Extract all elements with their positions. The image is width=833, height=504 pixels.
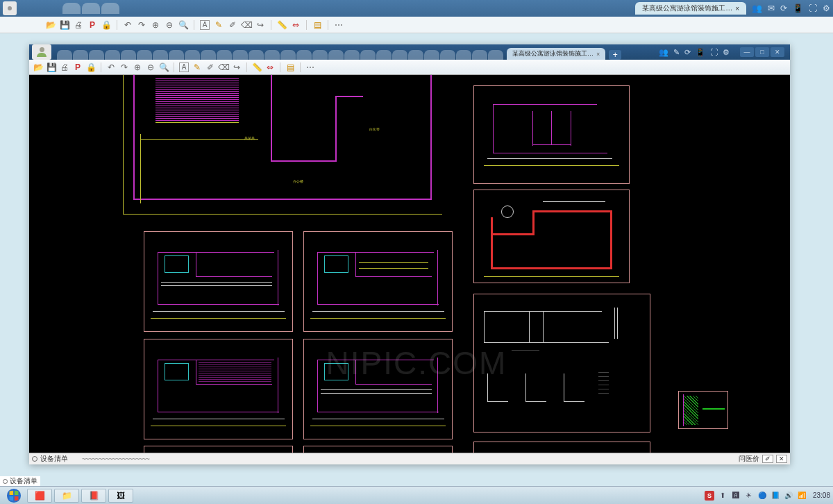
inner-active-tab[interactable]: 某高级公寓游泳馆装饰施工… × xyxy=(507,48,605,60)
text-tool-icon[interactable]: A xyxy=(179,62,189,72)
arrow-tool-icon[interactable]: ↪ xyxy=(232,62,242,72)
zoom-fit-icon[interactable]: 🔍 xyxy=(178,20,188,30)
arrow-tool-icon[interactable]: ↪ xyxy=(255,20,265,30)
inner-tab-ghost[interactable] xyxy=(456,50,471,60)
layer-icon[interactable]: ▤ xyxy=(312,20,322,30)
inner-tab-close[interactable]: × xyxy=(596,51,600,58)
outer-tab-ghost[interactable] xyxy=(101,3,119,14)
lock-icon[interactable]: 🔒 xyxy=(101,20,111,30)
tray-icon[interactable]: 🅰 xyxy=(731,491,741,501)
inner-tab-ghost[interactable] xyxy=(217,50,232,60)
pdf-icon[interactable]: P xyxy=(73,62,83,72)
dimension-icon[interactable]: ⇔ xyxy=(265,62,275,72)
open-icon[interactable]: 📂 xyxy=(33,62,43,72)
taskbar-item[interactable]: 📕 xyxy=(81,489,106,503)
inner-tab-ghost[interactable] xyxy=(440,50,455,60)
pen-tool-icon[interactable]: ✎ xyxy=(192,62,202,72)
print-icon[interactable]: 🖨 xyxy=(60,62,69,72)
inner-tab-ghost[interactable] xyxy=(344,50,360,60)
zoom-fit-icon[interactable]: 🔍 xyxy=(159,62,169,72)
inner-tab-ghost[interactable] xyxy=(328,50,344,60)
users-icon[interactable]: 👥 xyxy=(659,48,668,57)
outer-active-tab[interactable]: 某高级公寓游泳馆装饰施工… × xyxy=(635,2,746,15)
tray-icon[interactable]: S xyxy=(705,491,714,501)
status-edit-button[interactable]: ✐ xyxy=(762,455,773,463)
lock-icon[interactable]: 🔒 xyxy=(86,62,96,72)
inner-tab-ghost[interactable] xyxy=(280,50,296,60)
inner-tab-ghost[interactable] xyxy=(249,50,264,60)
users-icon[interactable]: 👥 xyxy=(752,3,762,13)
layer-icon[interactable]: ▤ xyxy=(285,62,295,72)
ruler-icon[interactable]: 📏 xyxy=(277,20,287,30)
inner-tab-ghost[interactable] xyxy=(105,50,120,60)
inner-tab-ghost[interactable] xyxy=(137,50,152,60)
inner-tab-ghost[interactable] xyxy=(89,50,104,60)
undo-icon[interactable]: ↶ xyxy=(106,62,116,72)
cad-canvas[interactable]: 某某某 办公楼 白化带 xyxy=(29,75,790,453)
zoom-out-icon[interactable]: ⊖ xyxy=(146,62,155,72)
settings-icon[interactable]: ⚙ xyxy=(723,48,730,57)
inner-tab-ghost[interactable] xyxy=(185,50,200,60)
inner-tab-ghost[interactable] xyxy=(376,50,392,60)
outer-avatar[interactable] xyxy=(3,1,17,15)
network-icon[interactable]: 📶 xyxy=(797,491,807,501)
ruler-icon[interactable]: 📏 xyxy=(252,62,262,72)
save-icon[interactable]: 💾 xyxy=(60,20,69,30)
edit-tool-icon[interactable]: ✐ xyxy=(205,62,215,72)
refresh-icon[interactable]: ⟳ xyxy=(684,48,691,57)
edit-icon[interactable]: ✎ xyxy=(673,48,680,57)
more-icon[interactable]: ⋯ xyxy=(334,20,344,30)
refresh-icon[interactable]: ⟳ xyxy=(780,3,787,13)
inner-tab-ghost[interactable] xyxy=(312,50,328,60)
new-tab-button[interactable]: + xyxy=(609,50,621,60)
taskbar-clock[interactable]: 23:08 xyxy=(813,492,830,499)
outer-tab-ghost[interactable] xyxy=(62,3,81,14)
edit-tool-icon[interactable]: ✐ xyxy=(228,20,237,30)
mobile-icon[interactable]: 📱 xyxy=(696,48,705,57)
status-left-label[interactable]: 设备清单 xyxy=(40,454,68,464)
redo-icon[interactable]: ↷ xyxy=(119,62,129,72)
print-icon[interactable]: 🖨 xyxy=(74,20,83,30)
mobile-icon[interactable]: 📱 xyxy=(793,3,803,13)
outer-tab-ghost[interactable] xyxy=(82,3,100,14)
undo-icon[interactable]: ↶ xyxy=(123,20,133,30)
inner-tab-ghost[interactable] xyxy=(57,50,72,60)
inner-tab-ghost[interactable] xyxy=(408,50,423,60)
redo-icon[interactable]: ↷ xyxy=(137,20,146,30)
inner-tab-ghost[interactable] xyxy=(296,50,312,60)
tray-icon[interactable]: ⬆ xyxy=(718,491,727,501)
save-icon[interactable]: 💾 xyxy=(47,62,56,72)
inner-tab-ghost[interactable] xyxy=(73,50,88,60)
zoom-in-icon[interactable]: ⊕ xyxy=(151,20,160,30)
maximize-button[interactable]: □ xyxy=(755,47,769,57)
status-right-label[interactable]: 问医价 xyxy=(739,454,759,464)
zoom-in-icon[interactable]: ⊕ xyxy=(133,62,142,72)
settings-icon[interactable]: ⚙ xyxy=(823,3,830,13)
fullscreen-icon[interactable]: ⛶ xyxy=(809,3,817,13)
mail-icon[interactable]: ✉ xyxy=(768,3,775,13)
inner-tab-ghost[interactable] xyxy=(264,50,280,60)
erase-tool-icon[interactable]: ⌫ xyxy=(242,20,251,30)
start-button[interactable] xyxy=(3,488,25,503)
status-close-button[interactable]: ✕ xyxy=(776,455,787,463)
tray-icon[interactable]: 🔵 xyxy=(757,491,767,501)
dimension-icon[interactable]: ⇔ xyxy=(291,20,301,30)
outer-status-text[interactable]: 设备清单 xyxy=(10,476,37,486)
inner-tab-ghost[interactable] xyxy=(121,50,136,60)
inner-tab-ghost[interactable] xyxy=(392,50,407,60)
open-icon[interactable]: 📂 xyxy=(46,20,56,30)
tray-icon[interactable]: ☀ xyxy=(744,491,754,501)
inner-tab-ghost[interactable] xyxy=(201,50,216,60)
outer-tab-close[interactable]: × xyxy=(735,5,739,12)
close-button[interactable]: ✕ xyxy=(771,47,784,57)
taskbar-item[interactable]: 📁 xyxy=(54,489,79,503)
inner-tab-ghost[interactable] xyxy=(169,50,184,60)
inner-tab-ghost[interactable] xyxy=(233,50,248,60)
fullscreen-icon[interactable]: ⛶ xyxy=(710,48,718,56)
inner-tab-ghost[interactable] xyxy=(424,50,439,60)
taskbar-item[interactable]: 🟥 xyxy=(27,489,52,503)
text-tool-icon[interactable]: A xyxy=(200,20,210,30)
tray-icon[interactable]: 📘 xyxy=(771,491,780,501)
volume-icon[interactable]: 🔊 xyxy=(784,491,793,501)
inner-tab-ghost[interactable] xyxy=(360,50,376,60)
